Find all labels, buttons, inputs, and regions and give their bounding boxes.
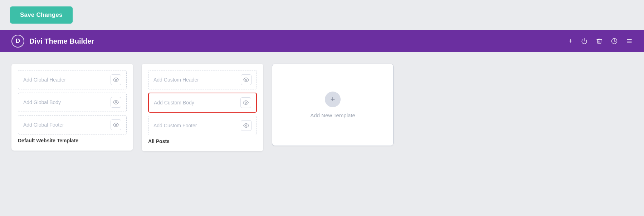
- svg-point-6: [115, 102, 117, 103]
- custom-footer-slot[interactable]: Add Custom Footer: [148, 116, 257, 135]
- custom-body-slot[interactable]: Add Custom Body: [148, 93, 257, 113]
- history-icon[interactable]: [611, 38, 618, 44]
- global-footer-eye[interactable]: [111, 119, 121, 130]
- header-actions: +: [569, 38, 633, 45]
- custom-footer-label: Add Custom Footer: [153, 123, 197, 128]
- power-icon[interactable]: [581, 38, 587, 44]
- templates-row: Add Global Header Add Global Body Add Gl…: [11, 64, 633, 151]
- template-card-all-posts: Add Custom Header Add Custom Body Add Cu…: [142, 64, 263, 151]
- trash-icon[interactable]: [596, 38, 602, 44]
- add-new-template-card[interactable]: + Add New Template: [272, 64, 394, 146]
- custom-footer-eye[interactable]: [241, 120, 252, 131]
- default-template-name: Default Website Template: [18, 138, 127, 143]
- add-icon-text: +: [331, 95, 335, 104]
- global-header-eye[interactable]: [111, 74, 121, 85]
- template-card-default: Add Global Header Add Global Body Add Gl…: [11, 64, 133, 151]
- add-new-template-label: Add New Template: [310, 112, 355, 118]
- svg-point-10: [245, 125, 247, 126]
- svg-point-7: [115, 124, 117, 126]
- main-content: Add Global Header Add Global Body Add Gl…: [0, 52, 644, 163]
- custom-header-eye[interactable]: [241, 74, 252, 85]
- svg-point-9: [245, 102, 247, 103]
- save-changes-button[interactable]: Save Changes: [10, 6, 73, 24]
- custom-header-slot[interactable]: Add Custom Header: [148, 70, 257, 89]
- add-new-circle-icon: +: [325, 92, 341, 107]
- settings-icon[interactable]: [626, 38, 633, 44]
- global-header-slot[interactable]: Add Global Header: [18, 70, 127, 89]
- theme-builder-header: D Divi Theme Builder +: [0, 30, 644, 52]
- global-body-eye[interactable]: [111, 97, 121, 108]
- global-footer-slot[interactable]: Add Global Footer: [18, 115, 127, 134]
- custom-body-eye[interactable]: [240, 97, 251, 108]
- svg-point-5: [115, 79, 117, 80]
- top-bar: Save Changes: [0, 0, 644, 30]
- divi-logo: D: [11, 35, 24, 48]
- global-body-slot[interactable]: Add Global Body: [18, 93, 127, 112]
- custom-header-label: Add Custom Header: [153, 77, 199, 83]
- global-header-label: Add Global Header: [23, 77, 66, 83]
- header-title: Divi Theme Builder: [29, 37, 94, 45]
- svg-point-8: [245, 79, 247, 80]
- global-body-label: Add Global Body: [23, 99, 61, 105]
- custom-body-label: Add Custom Body: [154, 100, 194, 105]
- add-icon[interactable]: +: [569, 38, 572, 45]
- global-footer-label: Add Global Footer: [23, 122, 64, 128]
- all-posts-template-name: All Posts: [148, 138, 257, 144]
